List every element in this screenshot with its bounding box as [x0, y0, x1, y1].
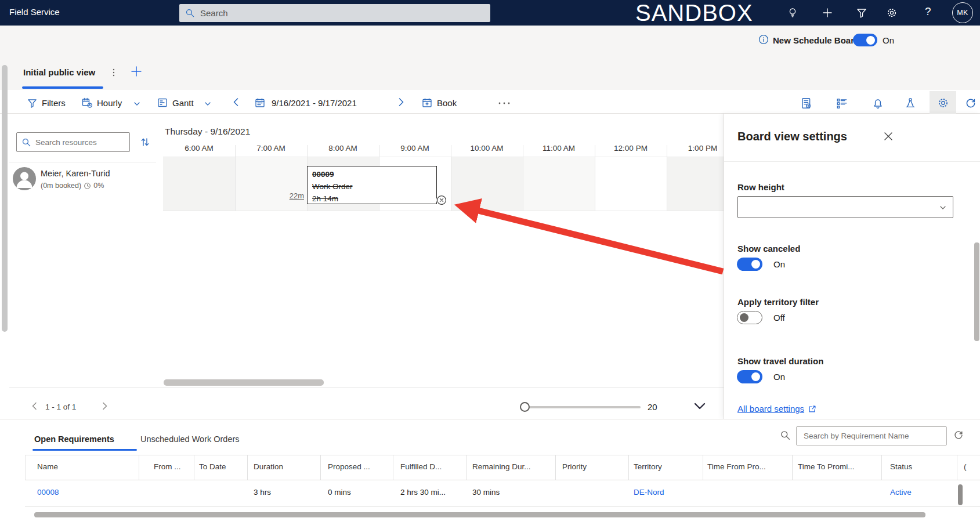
table-horizontal-scrollbar[interactable]	[34, 512, 925, 517]
resource-search[interactable]	[16, 132, 130, 152]
table-vertical-scrollbar[interactable]	[958, 484, 963, 505]
info-icon[interactable]	[758, 34, 769, 45]
column-header[interactable]: Remaining Dur...	[472, 462, 531, 471]
gear-icon[interactable]	[886, 7, 898, 19]
cell-status-link[interactable]: Active	[890, 488, 912, 497]
table-row[interactable]: 00008 3 hrs 0 mins 2 hrs 30 mi... 30 min…	[25, 480, 980, 506]
tab-open-requirements[interactable]: Open Requirements	[34, 434, 114, 444]
cancel-circle-x-icon[interactable]	[436, 195, 447, 205]
pagination-previous-icon[interactable]	[30, 401, 39, 411]
time-scale-chevron-icon[interactable]	[133, 100, 140, 107]
travel-duration-toggle[interactable]	[737, 370, 762, 383]
all-board-settings-link[interactable]: All board settings	[737, 404, 817, 414]
resource-utilization: 0%	[93, 182, 104, 190]
page-vertical-scrollbar[interactable]	[2, 65, 8, 332]
time-slot-label: 1:00 PM	[667, 144, 724, 153]
profile-avatar[interactable]: MK	[952, 2, 973, 23]
grid-cell[interactable]	[523, 157, 595, 211]
top-nav-bar: Field Service SANDBOX ? MK	[0, 0, 980, 26]
grid-cell[interactable]	[163, 157, 235, 211]
global-search[interactable]	[179, 4, 490, 22]
tab-unscheduled-work-orders[interactable]: Unscheduled Work Orders	[140, 434, 240, 444]
column-header[interactable]: Status	[890, 462, 912, 471]
app-title: Field Service	[9, 7, 60, 17]
board-view-settings-panel: Board view settings Row height Show canc…	[724, 114, 980, 419]
new-schedule-board-toggle[interactable]	[853, 34, 877, 46]
column-header[interactable]: Fulfilled D...	[400, 462, 442, 471]
toolbar-overflow-icon[interactable]	[498, 101, 511, 106]
grid-horizontal-scrollbar[interactable]	[164, 379, 324, 386]
column-header[interactable]: (	[964, 462, 967, 471]
map-legend-icon[interactable]	[904, 97, 917, 110]
column-header[interactable]: Priority	[562, 462, 587, 471]
settings-gear-icon	[937, 97, 949, 109]
next-period-icon[interactable]	[396, 97, 406, 107]
grid-cell[interactable]	[667, 157, 724, 211]
grid-cell[interactable]	[235, 157, 307, 211]
pagination-next-icon[interactable]	[100, 401, 109, 411]
book-calendar-icon[interactable]	[421, 97, 433, 108]
refresh-icon[interactable]	[953, 429, 964, 441]
help-icon[interactable]: ?	[925, 5, 931, 18]
date-range-calendar-icon[interactable]	[254, 97, 266, 108]
booking-requirements-icon[interactable]	[800, 97, 812, 110]
column-header[interactable]: Territory	[634, 462, 662, 471]
column-header[interactable]: Proposed ...	[328, 462, 370, 471]
board-footer-divider	[9, 387, 724, 387]
column-header[interactable]: Name	[37, 462, 58, 471]
column-header[interactable]: From ...	[154, 462, 181, 471]
panel-vertical-scrollbar[interactable]	[974, 242, 979, 341]
collapse-panel-chevron-icon[interactable]	[690, 399, 709, 413]
sort-resources-icon[interactable]	[139, 136, 151, 148]
close-icon[interactable]	[883, 131, 894, 142]
territory-filter-state: Off	[773, 313, 785, 323]
resource-row[interactable]: Meier, Karen-Turid (0m booked) 0%	[9, 162, 156, 198]
resource-search-input[interactable]	[34, 133, 128, 151]
filters-icon[interactable]	[27, 97, 38, 108]
column-header[interactable]: Duration	[254, 462, 283, 471]
hourly-calendar-icon[interactable]	[81, 97, 93, 108]
refresh-board-icon[interactable]	[964, 97, 977, 110]
tab-more-icon[interactable]	[109, 68, 118, 77]
global-search-input[interactable]	[199, 4, 486, 22]
view-mode-dropdown[interactable]: Gantt	[172, 98, 194, 108]
cell-remaining: 30 mins	[472, 488, 500, 497]
cell-name-link[interactable]: 00008	[37, 488, 59, 497]
zoom-slider-handle[interactable]	[520, 402, 530, 412]
filters-button[interactable]: Filters	[42, 98, 66, 108]
details-list-icon[interactable]	[836, 97, 848, 110]
lightbulb-icon[interactable]	[787, 7, 798, 19]
date-range-label[interactable]: 9/16/2021 - 9/17/2021	[272, 98, 357, 108]
zoom-slider-track[interactable]	[529, 406, 641, 408]
requirement-search[interactable]	[796, 426, 947, 445]
environment-label: SANDBOX	[635, 0, 753, 26]
show-canceled-toggle[interactable]	[737, 258, 762, 271]
time-scale-dropdown[interactable]: Hourly	[97, 98, 122, 108]
grid-cell[interactable]	[451, 157, 523, 211]
view-mode-chevron-icon[interactable]	[204, 100, 211, 107]
previous-period-icon[interactable]	[231, 97, 241, 107]
time-slot-label: 12:00 PM	[595, 144, 667, 153]
column-header[interactable]: Time To Promi...	[798, 462, 855, 471]
board-settings-button[interactable]	[930, 91, 956, 114]
cell-fulfilled: 2 hrs 30 mi...	[400, 488, 446, 497]
tab-initial-public-view[interactable]: Initial public view	[23, 67, 95, 77]
canceled-booking[interactable]: 00009 Work Order 2h 14m	[307, 166, 437, 204]
alerts-bell-icon[interactable]	[871, 97, 884, 110]
gantt-view-icon[interactable]	[157, 97, 168, 108]
territory-filter-toggle[interactable]	[737, 311, 762, 324]
column-header[interactable]: Time From Pro...	[707, 462, 766, 471]
requirement-search-input[interactable]	[802, 427, 945, 445]
filter-icon[interactable]	[856, 7, 867, 19]
grid-cell[interactable]	[595, 157, 667, 211]
row-height-select[interactable]	[737, 196, 953, 218]
add-tab-icon[interactable]	[130, 65, 143, 78]
plus-icon[interactable]	[822, 7, 833, 19]
column-header[interactable]: To Date	[199, 462, 226, 471]
resource-stats: (0m booked) 0%	[41, 182, 104, 190]
booking-id: 00009	[312, 168, 432, 180]
open-in-new-icon	[808, 404, 817, 414]
board-toolbar	[0, 90, 980, 114]
cell-territory-link[interactable]: DE-Nord	[634, 488, 664, 497]
book-button[interactable]: Book	[437, 98, 457, 108]
